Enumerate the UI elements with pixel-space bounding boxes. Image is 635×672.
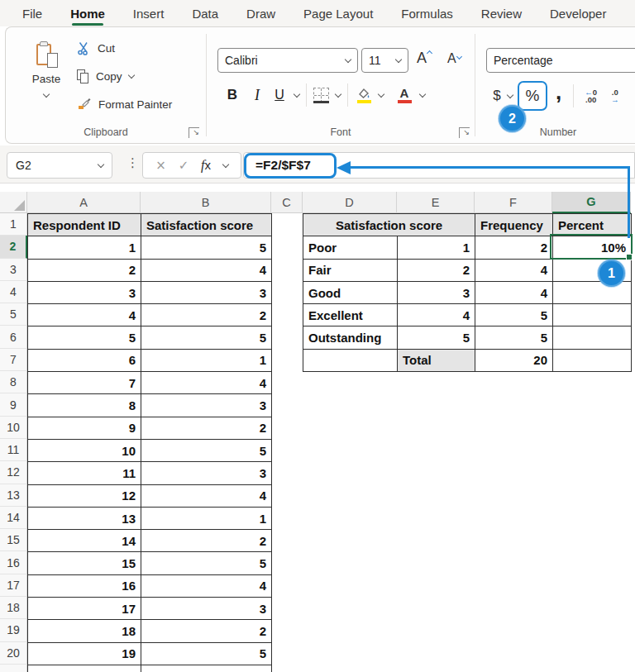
score-cell[interactable]: 5 (141, 236, 272, 259)
score-cell[interactable]: 2 (141, 417, 272, 440)
respondent-id-cell[interactable]: 15 (28, 552, 141, 574)
score-cell[interactable]: 3 (141, 598, 272, 620)
respondent-id-cell[interactable]: 18 (28, 620, 141, 642)
row-header[interactable]: 16 (0, 551, 27, 574)
score-cell[interactable]: 2 (141, 530, 272, 552)
frequency-cell[interactable]: 2 (475, 236, 553, 259)
row-header[interactable]: 11 (0, 439, 27, 461)
row-header[interactable]: 13 (0, 484, 27, 507)
score-cell[interactable]: 5 (141, 552, 272, 574)
copy-dropdown-chevron-icon[interactable] (127, 71, 134, 78)
rating-label-cell[interactable]: Excellent (303, 304, 398, 326)
name-box[interactable]: G2 (7, 152, 112, 179)
row-header[interactable]: 19 (0, 619, 27, 641)
underline-chevron-icon[interactable] (294, 90, 300, 97)
score-cell[interactable]: 5 (141, 326, 272, 349)
row-header[interactable]: 12 (0, 461, 27, 484)
borders-chevron-icon[interactable] (335, 90, 341, 97)
ribbon-tab[interactable]: Review (481, 0, 522, 26)
column-header[interactable]: F (475, 192, 552, 213)
score-cell[interactable]: 5 (141, 643, 272, 665)
respondent-id-cell[interactable]: 17 (28, 598, 141, 620)
ribbon-tab[interactable]: Data (192, 0, 218, 26)
respondent-id-cell[interactable]: 9 (28, 417, 141, 440)
font-color-chevron-icon[interactable] (419, 90, 426, 97)
row-header[interactable] (0, 665, 27, 672)
respondent-id-cell[interactable]: 12 (28, 485, 141, 508)
frequency-cell[interactable]: 4 (475, 282, 553, 304)
total-label-cell[interactable]: Total (398, 350, 475, 372)
fill-color-button[interactable] (355, 88, 373, 103)
font-name-combobox[interactable]: Calibri (217, 48, 358, 73)
score-cell[interactable]: 3 (141, 394, 272, 417)
insert-function-button[interactable]: fx (201, 158, 211, 173)
score-cell[interactable]: 3 (141, 282, 272, 304)
column-header[interactable]: E (397, 192, 475, 213)
score-cell[interactable]: 4 (141, 260, 272, 282)
row-header[interactable]: 5 (0, 303, 27, 326)
column-header[interactable]: D (303, 192, 397, 213)
respondent-id-cell[interactable]: 19 (28, 643, 141, 665)
cut-button[interactable]: Cut (77, 37, 172, 59)
total-frequency-cell[interactable]: 20 (475, 350, 553, 372)
row-header[interactable]: 1 (0, 213, 27, 236)
rating-label-cell[interactable]: Good (303, 282, 398, 304)
clipboard-dialog-launcher-icon[interactable]: ↘ (189, 127, 199, 138)
score-cell[interactable]: 1 (141, 350, 272, 372)
copy-button[interactable]: Copy (77, 65, 172, 87)
respondent-id-cell[interactable]: 10 (28, 440, 141, 462)
score-cell[interactable] (141, 665, 272, 672)
frequency-cell[interactable]: 4 (475, 260, 553, 282)
rating-label-cell[interactable]: Outstanding (303, 326, 398, 349)
score-cell[interactable]: 5 (141, 440, 272, 462)
respondent-id-cell[interactable]: 8 (28, 394, 141, 417)
frequency-cell[interactable]: 5 (475, 304, 553, 326)
bold-button[interactable]: B (220, 87, 245, 103)
ribbon-tab[interactable]: File (22, 0, 42, 26)
paste-button[interactable]: Paste (22, 42, 70, 125)
enter-icon[interactable]: ✓ (179, 158, 189, 173)
ribbon-tab[interactable]: Draw (246, 0, 275, 26)
ribbon-tab[interactable]: Formulas (401, 0, 453, 26)
score-cell[interactable]: 3 (141, 462, 272, 484)
respondent-id-cell[interactable]: 14 (28, 530, 141, 552)
fill-color-chevron-icon[interactable] (378, 90, 384, 97)
row-header[interactable]: 2 (0, 236, 27, 258)
row-header[interactable]: 8 (0, 371, 27, 393)
cancel-icon[interactable]: × (155, 158, 166, 173)
respondent-id-cell[interactable]: 4 (28, 304, 141, 326)
rating-score-cell[interactable]: 4 (398, 304, 475, 326)
ribbon-tab[interactable]: Home (70, 0, 105, 26)
row-header[interactable]: 4 (0, 281, 27, 303)
column-header[interactable]: A (27, 192, 141, 213)
decrease-decimal-icon[interactable]: .0 → (611, 88, 619, 103)
comma-style-button[interactable]: , (556, 79, 561, 105)
row-header[interactable]: 18 (0, 597, 27, 619)
respondent-id-cell[interactable] (28, 665, 141, 672)
respondent-id-cell[interactable]: 6 (28, 350, 141, 372)
respondent-id-cell[interactable]: 5 (28, 326, 141, 349)
rating-score-cell[interactable]: 3 (398, 282, 475, 304)
empty-cell[interactable] (553, 350, 632, 372)
row-header[interactable]: 17 (0, 574, 27, 597)
column-header[interactable]: C (271, 192, 303, 213)
fill-handle[interactable] (626, 254, 633, 260)
rating-score-cell[interactable]: 5 (398, 326, 475, 349)
increase-decimal-icon[interactable]: ←0 .00 (585, 88, 597, 103)
respondent-id-cell[interactable]: 7 (28, 372, 141, 394)
paste-dropdown-chevron-icon[interactable] (43, 91, 50, 98)
percent-cell[interactable] (553, 326, 632, 349)
percent-cell[interactable] (553, 282, 632, 304)
score-cell[interactable]: 2 (141, 620, 272, 642)
fx-chevron-icon[interactable] (222, 160, 228, 167)
shrink-font-button[interactable]: A (447, 51, 461, 66)
ribbon-tab[interactable]: Insert (133, 0, 165, 26)
respondent-id-cell[interactable]: 16 (28, 575, 141, 598)
italic-button[interactable]: I (245, 87, 270, 104)
row-header[interactable]: 3 (0, 259, 27, 281)
rating-score-cell[interactable]: 1 (398, 236, 475, 259)
number-format-combobox[interactable]: Percentage (486, 48, 635, 73)
percent-header[interactable]: Percent (553, 214, 632, 236)
rating-label-cell[interactable]: Fair (303, 260, 398, 282)
formula-bar-drag-handle[interactable]: ⋮ (127, 155, 139, 170)
